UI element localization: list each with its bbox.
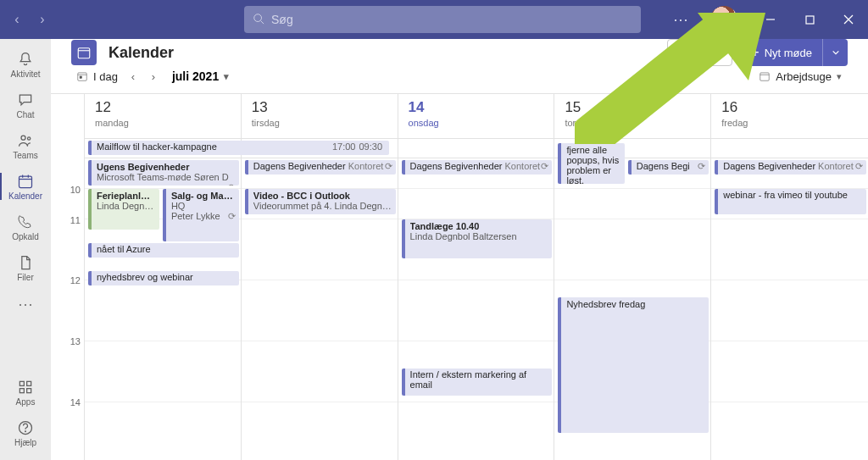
rail-files[interactable]: Filer (0, 247, 51, 288)
calendar-event[interactable]: Ugens Begivenheder Microsoft Teams-møde … (88, 160, 239, 186)
teams-icon (17, 132, 34, 149)
svg-rect-14 (19, 388, 24, 392)
calendar-event[interactable]: Salg- og Marketingstrate HQ Peter Lykke … (163, 189, 239, 241)
new-meeting-button[interactable]: + Nyt møde (741, 39, 822, 66)
rail-label: Chat (16, 110, 34, 119)
time-label: 13 (70, 336, 81, 346)
rail-teams[interactable]: Teams (0, 125, 51, 166)
window-maximize[interactable] (790, 0, 829, 39)
svg-point-6 (21, 136, 25, 140)
month-picker[interactable]: juli 2021 ▾ (172, 69, 229, 83)
calendar-event[interactable]: ⟳ Dagens Begivenheder Kontoret (402, 160, 553, 175)
event-location: Kontoret (818, 161, 854, 171)
apps-icon (17, 379, 34, 396)
calendar-icon (17, 173, 34, 190)
help-icon (17, 419, 34, 436)
time-label: 14 (70, 397, 81, 407)
app-rail: Aktivitet Chat Teams Kalender Opkald Fil… (0, 39, 51, 460)
event-title: fjerne alle popups, hvis problem er løst… (566, 145, 621, 184)
rail-label: Kalender (8, 191, 42, 201)
day-column-thursday: 15torsdag fjerne alle popups, hvis probl… (554, 94, 711, 460)
page-title: Kalender (108, 44, 667, 62)
rail-label: Teams (13, 151, 37, 160)
event-title: nyhedsbrev og webinar (97, 272, 236, 282)
day-column-wednesday: 14onsdag ⟳ Dagens Begivenheder Kontoret … (398, 94, 555, 460)
day-column-friday: 16fredag ⟳ Dagens Begivenheder Kontoret … (711, 94, 868, 460)
day-number: 13 (252, 99, 387, 116)
recur-icon: ⟳ (228, 211, 236, 222)
chat-icon (17, 91, 34, 108)
rail-label: Aktivitet (10, 69, 40, 79)
calendar-event[interactable]: ⟳ Dagens Begi (628, 160, 709, 175)
day-column-monday: 12mandag 09:30 17:00 Mailflow til hacker… (85, 94, 242, 460)
rail-more[interactable]: ⋯ (18, 288, 33, 320)
recur-icon: ⟳ (541, 161, 548, 172)
event-title: Intern / ekstern markering af email (410, 369, 549, 390)
event-subtitle: Linda Degnbol Baltzersen (410, 231, 549, 241)
avatar[interactable] (710, 6, 737, 33)
day-name: torsdag (565, 118, 700, 128)
calendar-event[interactable]: Intern / ekstern markering af email (402, 369, 553, 396)
meet-now-button[interactable]: ød nu (667, 39, 732, 66)
chevron-down-icon: ▾ (837, 71, 842, 82)
view-selector[interactable]: Arbejdsuge ▾ (753, 66, 848, 87)
event-subtitle: Linda Degnbol Baltzersen (97, 201, 156, 211)
svg-rect-21 (78, 73, 87, 80)
svg-rect-12 (19, 381, 24, 385)
window-close[interactable] (829, 0, 868, 39)
more-menu[interactable]: ⋯ (665, 10, 697, 29)
search-input[interactable] (271, 13, 632, 26)
history-back[interactable]: ‹ (7, 9, 27, 30)
prev-week[interactable]: ‹ (123, 70, 143, 83)
calendar-event[interactable]: Nyhedsbrev fredag (558, 297, 709, 433)
rail-calls[interactable]: Opkald (0, 207, 51, 247)
time-label: 12 (70, 275, 81, 285)
svg-rect-13 (27, 381, 31, 385)
calendar-event[interactable]: nyhedsbrev og webinar (88, 271, 239, 285)
search-box[interactable] (244, 6, 641, 33)
today-button[interactable]: I dag (71, 67, 123, 86)
phone-icon (17, 213, 34, 230)
event-location: Kontoret (505, 161, 541, 171)
chevron-down-icon (832, 48, 840, 57)
calendar-event[interactable]: fjerne alle popups, hvis problem er løst… (558, 143, 625, 184)
calendar-event[interactable]: Ferieplanlægnin Linda Degnbol Baltzersen (88, 189, 159, 230)
meet-now-label: ød nu (693, 47, 721, 59)
event-title: Dagens Begivenheder (723, 161, 815, 171)
event-title: nået til Azure (97, 244, 236, 254)
rail-activity[interactable]: Aktivitet (0, 44, 51, 85)
rail-label: Apps (16, 397, 36, 407)
new-meeting-label: Nyt møde (765, 47, 812, 59)
rail-chat[interactable]: Chat (0, 85, 51, 125)
day-name: onsdag (409, 118, 544, 128)
calendar-event[interactable]: Tandlæge 10.40 Linda Degnbol Baltzersen (402, 219, 553, 258)
calendar-event[interactable]: ⟳ Dagens Begivenheder Kontoret (715, 160, 866, 175)
calendar-event[interactable]: nået til Azure (88, 243, 239, 258)
day-number: 12 (95, 99, 231, 116)
next-week[interactable]: › (143, 70, 164, 83)
page-header: Kalender ød nu + Nyt møde (51, 39, 868, 66)
titlebar: ‹ › ⋯ (0, 0, 868, 39)
day-number: 15 (565, 99, 700, 116)
calendar-event[interactable]: Video - BCC i Outlook Videorummet på 4. … (245, 189, 396, 214)
day-number: 14 (409, 99, 544, 116)
today-label: I dag (93, 70, 118, 83)
recur-icon: ⟳ (228, 182, 236, 186)
event-title: webinar - fra vimeo til youtube (723, 190, 863, 200)
calendar-event[interactable]: webinar - fra vimeo til youtube (715, 189, 866, 214)
event-organizer: Peter Lykke (171, 211, 220, 221)
rail-apps[interactable]: Apps (0, 372, 51, 413)
history-forward[interactable]: › (32, 9, 53, 30)
rail-calendar[interactable]: Kalender (0, 166, 51, 207)
day-name: mandag (95, 118, 231, 128)
svg-rect-23 (80, 76, 81, 78)
calendar-event[interactable]: ⟳ Dagens Begivenheder Kontoret (245, 160, 396, 175)
svg-line-1 (261, 20, 264, 24)
new-meeting-dropdown[interactable] (822, 39, 848, 66)
calendar-icon (759, 70, 771, 82)
svg-rect-18 (78, 48, 90, 58)
rail-help[interactable]: Hjælp (0, 413, 51, 453)
time-label: 10 (70, 185, 81, 195)
window-minimize[interactable] (751, 0, 790, 39)
svg-point-17 (25, 430, 26, 431)
